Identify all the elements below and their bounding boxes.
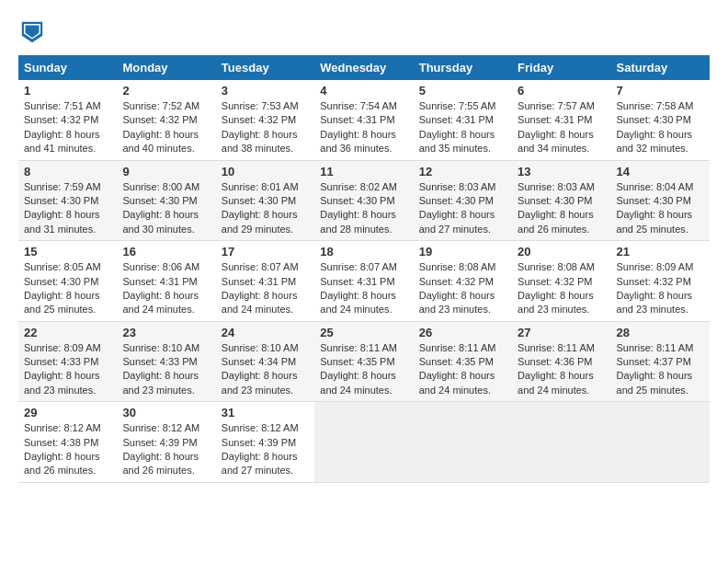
calendar-cell: 28 Sunrise: 8:11 AM Sunset: 4:37 PM Dayl… — [611, 321, 710, 402]
sunset: Sunset: 4:33 PM — [122, 355, 210, 369]
day-number: 28 — [617, 326, 704, 339]
sunrise: Sunrise: 8:01 AM — [222, 180, 309, 194]
daylight: Daylight: 8 hours and 28 minutes. — [320, 208, 407, 236]
sunrise: Sunrise: 8:07 AM — [320, 260, 407, 274]
sunset: Sunset: 4:30 PM — [122, 194, 210, 208]
day-detail: Sunrise: 8:02 AM Sunset: 4:30 PM Dayligh… — [320, 180, 407, 237]
sunrise: Sunrise: 8:03 AM — [419, 180, 506, 194]
day-number: 20 — [518, 245, 605, 259]
calendar-cell: 9 Sunrise: 8:00 AM Sunset: 4:30 PM Dayli… — [117, 160, 215, 241]
daylight: Daylight: 8 hours and 29 minutes. — [222, 208, 309, 236]
daylight: Daylight: 8 hours and 34 minutes. — [518, 128, 605, 156]
day-number: 17 — [222, 245, 309, 259]
day-number: 12 — [419, 165, 506, 178]
day-number: 2 — [122, 84, 210, 98]
calendar-cell: 15 Sunrise: 8:05 AM Sunset: 4:30 PM Dayl… — [18, 241, 117, 322]
calendar-cell: 4 Sunrise: 7:54 AM Sunset: 4:31 PM Dayli… — [314, 80, 413, 160]
calendar-cell — [512, 402, 610, 483]
day-number: 27 — [518, 326, 605, 339]
sunset: Sunset: 4:38 PM — [24, 436, 111, 450]
daylight: Daylight: 8 hours and 36 minutes. — [320, 128, 407, 156]
sunset: Sunset: 4:34 PM — [222, 355, 309, 369]
logo-icon — [18, 18, 46, 46]
day-number: 22 — [24, 326, 111, 339]
day-number: 5 — [419, 84, 506, 98]
calendar-cell: 25 Sunrise: 8:11 AM Sunset: 4:35 PM Dayl… — [314, 321, 413, 402]
sunrise: Sunrise: 8:06 AM — [122, 260, 210, 274]
daylight: Daylight: 8 hours and 38 minutes. — [222, 128, 309, 156]
sunset: Sunset: 4:31 PM — [518, 113, 605, 127]
sunrise: Sunrise: 8:07 AM — [222, 260, 309, 274]
day-detail: Sunrise: 8:01 AM Sunset: 4:30 PM Dayligh… — [222, 180, 309, 237]
calendar-cell: 5 Sunrise: 7:55 AM Sunset: 4:31 PM Dayli… — [414, 80, 512, 160]
daylight: Daylight: 8 hours and 30 minutes. — [122, 208, 210, 236]
calendar-cell: 22 Sunrise: 8:09 AM Sunset: 4:33 PM Dayl… — [18, 321, 117, 402]
calendar-cell: 6 Sunrise: 7:57 AM Sunset: 4:31 PM Dayli… — [512, 80, 610, 160]
day-number: 18 — [320, 245, 407, 259]
sunrise: Sunrise: 8:10 AM — [222, 341, 309, 355]
calendar-cell: 31 Sunrise: 8:12 AM Sunset: 4:39 PM Dayl… — [216, 402, 314, 483]
sunset: Sunset: 4:32 PM — [222, 113, 309, 127]
weekday-header-monday: Monday — [117, 55, 215, 80]
sunset: Sunset: 4:32 PM — [419, 275, 506, 289]
day-detail: Sunrise: 8:00 AM Sunset: 4:30 PM Dayligh… — [122, 180, 210, 237]
calendar-cell — [414, 402, 512, 483]
sunrise: Sunrise: 8:02 AM — [320, 180, 407, 194]
day-number: 29 — [24, 406, 111, 419]
sunset: Sunset: 4:32 PM — [518, 275, 605, 289]
day-detail: Sunrise: 8:11 AM Sunset: 4:35 PM Dayligh… — [419, 341, 506, 398]
day-number: 16 — [122, 245, 210, 259]
sunrise: Sunrise: 8:11 AM — [518, 341, 605, 355]
day-detail: Sunrise: 8:09 AM Sunset: 4:33 PM Dayligh… — [24, 341, 111, 398]
calendar-cell: 24 Sunrise: 8:10 AM Sunset: 4:34 PM Dayl… — [216, 321, 314, 402]
day-detail: Sunrise: 8:11 AM Sunset: 4:36 PM Dayligh… — [518, 341, 605, 398]
calendar-cell — [611, 402, 710, 483]
daylight: Daylight: 8 hours and 24 minutes. — [320, 369, 407, 397]
sunset: Sunset: 4:30 PM — [617, 194, 704, 208]
sunrise: Sunrise: 7:55 AM — [419, 99, 506, 113]
day-detail: Sunrise: 8:04 AM Sunset: 4:30 PM Dayligh… — [617, 180, 704, 237]
day-detail: Sunrise: 8:03 AM Sunset: 4:30 PM Dayligh… — [419, 180, 506, 237]
day-detail: Sunrise: 7:53 AM Sunset: 4:32 PM Dayligh… — [222, 99, 309, 156]
sunset: Sunset: 4:35 PM — [419, 355, 506, 369]
day-detail: Sunrise: 8:09 AM Sunset: 4:32 PM Dayligh… — [617, 260, 704, 317]
daylight: Daylight: 8 hours and 35 minutes. — [419, 128, 506, 156]
sunset: Sunset: 4:33 PM — [24, 355, 111, 369]
weekday-header-row: SundayMondayTuesdayWednesdayThursdayFrid… — [18, 55, 710, 80]
sunrise: Sunrise: 8:04 AM — [617, 180, 704, 194]
day-number: 14 — [617, 165, 704, 178]
calendar-cell: 11 Sunrise: 8:02 AM Sunset: 4:30 PM Dayl… — [314, 160, 413, 241]
day-number: 23 — [122, 326, 210, 339]
calendar-table: SundayMondayTuesdayWednesdayThursdayFrid… — [18, 55, 710, 483]
day-detail: Sunrise: 7:57 AM Sunset: 4:31 PM Dayligh… — [518, 99, 605, 156]
daylight: Daylight: 8 hours and 26 minutes. — [24, 450, 111, 478]
week-row-5: 29 Sunrise: 8:12 AM Sunset: 4:38 PM Dayl… — [18, 402, 710, 483]
day-detail: Sunrise: 8:08 AM Sunset: 4:32 PM Dayligh… — [518, 260, 605, 317]
sunset: Sunset: 4:32 PM — [24, 113, 111, 127]
sunrise: Sunrise: 8:05 AM — [24, 260, 111, 274]
sunset: Sunset: 4:31 PM — [320, 275, 407, 289]
daylight: Daylight: 8 hours and 23 minutes. — [419, 289, 506, 317]
day-detail: Sunrise: 8:12 AM Sunset: 4:39 PM Dayligh… — [222, 421, 309, 478]
day-number: 9 — [122, 165, 210, 178]
day-detail: Sunrise: 8:06 AM Sunset: 4:31 PM Dayligh… — [122, 260, 210, 317]
sunset: Sunset: 4:30 PM — [24, 194, 111, 208]
daylight: Daylight: 8 hours and 27 minutes. — [419, 208, 506, 236]
daylight: Daylight: 8 hours and 27 minutes. — [222, 450, 309, 478]
sunrise: Sunrise: 7:57 AM — [518, 99, 605, 113]
day-detail: Sunrise: 8:10 AM Sunset: 4:34 PM Dayligh… — [222, 341, 309, 398]
week-row-4: 22 Sunrise: 8:09 AM Sunset: 4:33 PM Dayl… — [18, 321, 710, 402]
calendar-cell: 19 Sunrise: 8:08 AM Sunset: 4:32 PM Dayl… — [414, 241, 512, 322]
sunset: Sunset: 4:32 PM — [122, 113, 210, 127]
day-detail: Sunrise: 8:12 AM Sunset: 4:39 PM Dayligh… — [122, 421, 210, 478]
daylight: Daylight: 8 hours and 31 minutes. — [24, 208, 111, 236]
daylight: Daylight: 8 hours and 23 minutes. — [222, 369, 309, 397]
sunrise: Sunrise: 7:53 AM — [222, 99, 309, 113]
calendar-cell: 10 Sunrise: 8:01 AM Sunset: 4:30 PM Dayl… — [216, 160, 314, 241]
weekday-header-tuesday: Tuesday — [216, 55, 314, 80]
sunset: Sunset: 4:31 PM — [122, 275, 210, 289]
sunrise: Sunrise: 8:09 AM — [617, 260, 704, 274]
sunrise: Sunrise: 8:00 AM — [122, 180, 210, 194]
calendar-cell: 14 Sunrise: 8:04 AM Sunset: 4:30 PM Dayl… — [611, 160, 710, 241]
week-row-2: 8 Sunrise: 7:59 AM Sunset: 4:30 PM Dayli… — [18, 160, 710, 241]
